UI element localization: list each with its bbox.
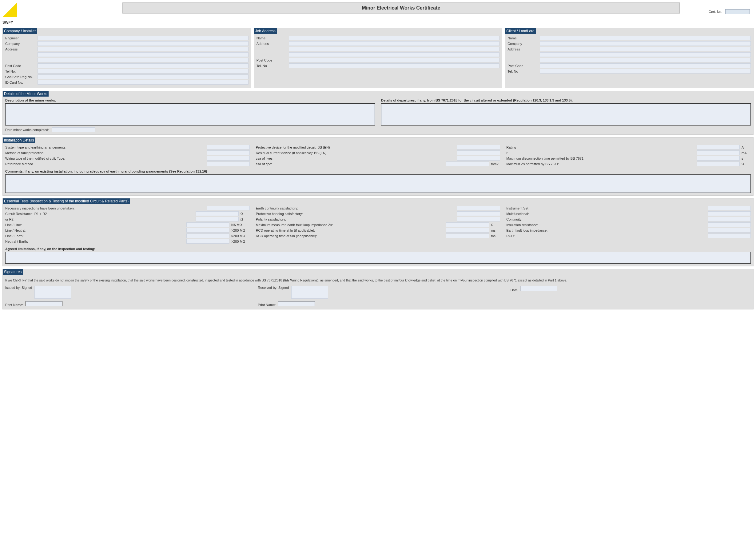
refmethod-input[interactable] (207, 162, 250, 166)
cont-input[interactable] (708, 217, 751, 222)
rcdop-5in-unit: ms (491, 234, 500, 238)
rcd-input[interactable] (457, 150, 500, 155)
rcd2-input[interactable] (708, 233, 751, 238)
i-unit: mA (742, 151, 751, 155)
certno-input[interactable] (725, 9, 750, 14)
multi-label: Multifunctional: (506, 212, 706, 216)
circres-input[interactable] (196, 211, 239, 216)
csalives-input[interactable] (457, 156, 500, 161)
lineneut-unit: >200 MΩ (231, 228, 250, 232)
agreed-label: Agreed limitations, if any, on the inspe… (5, 247, 751, 251)
insul-label: Insulation resistance: (506, 223, 706, 227)
rcdop-in-input[interactable] (446, 228, 489, 232)
maxdisc-unit: s (742, 157, 751, 160)
tests-title: Essential Tests (Inspection & Testing of… (3, 199, 130, 204)
polarity-label: Polarity satisfactory: (256, 218, 455, 221)
orr2-input[interactable] (196, 217, 239, 222)
protbond-input[interactable] (457, 211, 500, 216)
company-input[interactable] (38, 41, 249, 46)
rcd-label: Residual current device (if applicable):… (256, 151, 455, 155)
address2-input[interactable] (38, 52, 249, 57)
company-title: Company / Installer (3, 28, 37, 34)
i-input[interactable] (697, 150, 740, 155)
lineline-label: Line / Line: (5, 223, 184, 227)
client-company-input[interactable] (540, 41, 751, 46)
received-sig-box[interactable] (291, 286, 328, 299)
job-name-input[interactable] (289, 36, 500, 40)
address1-input[interactable] (38, 47, 249, 51)
client-address1-input[interactable] (540, 47, 751, 51)
systype-label: System type and earthing arrangements: (5, 146, 205, 149)
maxmeas-unit: Ω (491, 223, 500, 227)
lineline-input[interactable] (186, 223, 230, 227)
wiring-input[interactable] (207, 156, 250, 161)
engineer-input[interactable] (38, 36, 249, 40)
cont-label: Continuity: (506, 218, 706, 221)
rating-unit: A (742, 146, 751, 149)
maxdisc-label: Maximum disconnection time permitted by … (506, 157, 695, 160)
job-telno-input[interactable] (289, 63, 500, 68)
title-bar: Minor Electrical Works Certificate (122, 2, 680, 13)
issued-sig-box[interactable] (35, 286, 71, 299)
lineline-unit: NA MΩ (231, 223, 250, 227)
print1-input[interactable] (26, 301, 63, 306)
job-address1-input[interactable] (289, 41, 500, 46)
insul-input[interactable] (708, 223, 751, 227)
maxzs-label: Maximun Zs permitted by BS 7671: (506, 162, 695, 166)
lineneut-input[interactable] (186, 228, 230, 232)
instset-input[interactable] (708, 206, 751, 210)
polarity-input[interactable] (457, 217, 500, 222)
faultprot-input[interactable] (207, 150, 250, 155)
job-telno-label: Tel. No (256, 64, 289, 68)
earthcont-label: Earth continuity satisfactory: (256, 206, 455, 210)
client-name-label: Name (507, 36, 540, 40)
idcard-label: ID Card No. (5, 81, 38, 84)
maxmeas-input[interactable] (446, 223, 489, 227)
print2-input[interactable] (278, 301, 315, 306)
earthcont-input[interactable] (457, 206, 500, 210)
efl-label: Earth fault loop impedance: (506, 228, 706, 232)
client-postcode-input[interactable] (540, 63, 751, 68)
date-input[interactable] (520, 286, 557, 291)
job-address3-input[interactable] (289, 52, 500, 57)
wiring-label: Wiring type of the modified circuit: Typ… (5, 157, 205, 160)
address3-input[interactable] (38, 58, 249, 63)
neutearth-input[interactable] (186, 239, 230, 244)
idcard-input[interactable] (38, 80, 249, 85)
client-address2-input[interactable] (540, 52, 751, 57)
lineearth-label: Line / Earth: (5, 234, 184, 238)
telno-label: Tel No. (5, 69, 38, 73)
sig-section: Signatures I/ we CERTIFY that the said w… (2, 269, 754, 309)
page-title: Minor Electrical Works Certificate (125, 5, 677, 11)
job-postcode-input[interactable] (289, 58, 500, 63)
rating-label: Rating (506, 146, 695, 149)
protdev-input[interactable] (457, 145, 500, 149)
client-telno-input[interactable] (540, 69, 751, 73)
refmethod-label: Reference Method (5, 162, 205, 166)
client-address3-input[interactable] (540, 58, 751, 63)
telno-input[interactable] (38, 69, 249, 73)
departures-textarea[interactable] (381, 103, 751, 125)
job-address2-input[interactable] (289, 47, 500, 51)
efl-input[interactable] (708, 228, 751, 232)
multi-input[interactable] (708, 211, 751, 216)
comments-textarea[interactable] (5, 174, 751, 193)
address-label: Address (5, 47, 38, 51)
systype-input[interactable] (207, 145, 250, 149)
necessary-input[interactable] (207, 206, 250, 210)
lineearth-input[interactable] (186, 233, 230, 238)
maxdisc-input[interactable] (697, 156, 740, 161)
desc-textarea[interactable] (5, 103, 375, 125)
rating-input[interactable] (697, 145, 740, 149)
circres-label: Circuit Resistance: R1 + R2 (5, 212, 194, 216)
job-panel: Job Address Name Address Post Code Tel. … (254, 28, 502, 88)
postcode-input[interactable] (38, 63, 249, 68)
csacpc-label: csa of cpc: (256, 162, 445, 166)
gasreg-input[interactable] (38, 74, 249, 79)
client-name-input[interactable] (540, 36, 751, 40)
maxzs-input[interactable] (697, 162, 740, 166)
date-completed-input[interactable] (52, 127, 95, 132)
csacpc-input[interactable] (446, 162, 489, 166)
rcdop-5in-input[interactable] (446, 233, 489, 238)
agreed-textarea[interactable] (5, 252, 751, 264)
